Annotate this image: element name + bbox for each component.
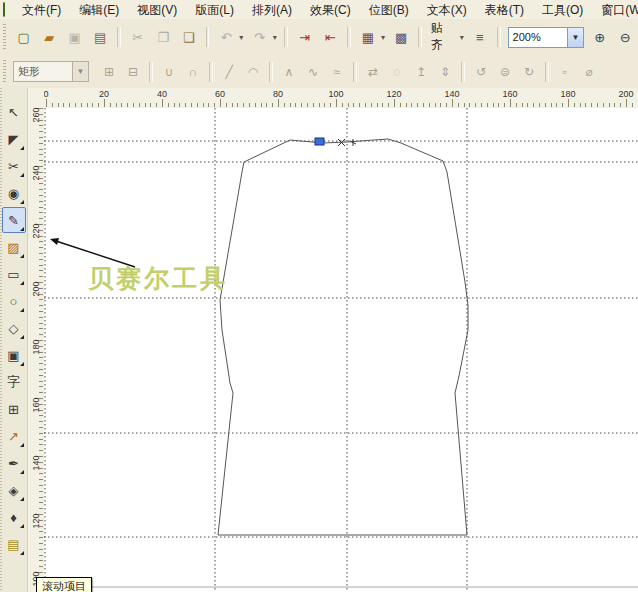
align-nodes-button[interactable]: ⊜: [494, 61, 516, 83]
close-curve-button[interactable]: ◌: [386, 61, 408, 83]
extract-subpath-button[interactable]: ↥: [410, 61, 432, 83]
chevron-down-icon[interactable]: ▼: [567, 28, 583, 47]
garment-outline-path[interactable]: [218, 139, 468, 535]
welcome-screen-button[interactable]: ▩: [389, 25, 413, 49]
reverse-direction-button[interactable]: ⇄: [362, 61, 384, 83]
snap-to-button[interactable]: 贴齐: [426, 17, 459, 57]
rotate-skew-nodes-button[interactable]: ↺: [470, 61, 492, 83]
menu-layout[interactable]: 版面(L): [186, 1, 243, 19]
new-document-button[interactable]: ▢: [12, 25, 36, 49]
chevron-down-icon[interactable]: ▾: [237, 33, 246, 42]
paste-button[interactable]: ❑: [177, 25, 201, 49]
shape-arrowhead-icon: ◤: [9, 132, 19, 147]
menu-window[interactable]: 窗口(W): [592, 1, 638, 19]
shape-tool[interactable]: ◤: [2, 126, 26, 152]
save-button[interactable]: ▣: [63, 25, 87, 49]
pick-tool[interactable]: ↖: [2, 99, 26, 125]
menu-tools[interactable]: 工具(O): [533, 1, 592, 19]
bezier-tool[interactable]: ✎: [2, 207, 26, 233]
property-bar-grip[interactable]: [3, 60, 6, 83]
menu-arrange[interactable]: 排列(A): [243, 1, 301, 19]
menu-file[interactable]: 文件(F): [13, 1, 70, 19]
redo-button[interactable]: ↷: [248, 25, 272, 49]
smart-fill-tool[interactable]: ▨: [2, 234, 26, 260]
import-button[interactable]: ⇥: [293, 25, 317, 49]
copy-icon: ❐: [157, 30, 169, 45]
artistic-media-tool[interactable]: ✒: [2, 450, 26, 476]
join-nodes-button[interactable]: ∪: [158, 61, 180, 83]
ruler-label: 20: [99, 89, 109, 99]
open-button[interactable]: ▰: [37, 25, 61, 49]
ruler-label: 200: [618, 89, 633, 99]
clipboard-paste-icon: ❑: [183, 30, 195, 45]
vertical-ruler[interactable]: 260240220200180160140120100: [28, 108, 45, 592]
ruler-label: 140: [31, 455, 41, 470]
chevron-down-icon[interactable]: ▼: [72, 62, 88, 81]
menu-text[interactable]: 文本(X): [418, 1, 476, 19]
rectangle-tool[interactable]: ▭: [2, 261, 26, 287]
brush-icon: ✒: [8, 456, 19, 471]
printer-icon: ▤: [94, 30, 106, 45]
export-button[interactable]: ⇤: [319, 25, 343, 49]
preset-combobox[interactable]: 矩形 ▼: [13, 61, 89, 82]
stretch-nodes-button[interactable]: ⇕: [434, 61, 456, 83]
menu-edit[interactable]: 编辑(E): [70, 1, 128, 19]
zoom-in-button[interactable]: ⊕: [588, 25, 612, 49]
convert-to-line-button[interactable]: ╱: [218, 61, 240, 83]
horizontal-ruler[interactable]: 020406080100120140160180200: [44, 88, 638, 109]
chevron-down-icon[interactable]: ▾: [379, 33, 388, 42]
outline-pen-tool[interactable]: ♦: [2, 504, 26, 530]
options-button[interactable]: ≡: [468, 25, 492, 49]
ruler-label: 180: [31, 339, 41, 354]
crop-tool[interactable]: ✂: [2, 153, 26, 179]
select-all-nodes-button[interactable]: ▫: [554, 61, 576, 83]
copy-button[interactable]: ❐: [151, 25, 175, 49]
menu-table[interactable]: 表格(T): [476, 1, 533, 19]
break-curve-button[interactable]: ∩: [182, 61, 204, 83]
dimension-tool[interactable]: ↗: [2, 423, 26, 449]
menu-view[interactable]: 视图(V): [128, 1, 186, 19]
cut-button[interactable]: ✂: [126, 25, 150, 49]
application-launcher-button[interactable]: ▦: [356, 25, 380, 49]
table-tool[interactable]: ⊞: [2, 396, 26, 422]
redo-arrow-icon: ↷: [254, 30, 265, 45]
polygon-tool[interactable]: ◇: [2, 315, 26, 341]
flyout-arrow-icon: [20, 497, 24, 501]
convert-to-curve-button[interactable]: ◠: [242, 61, 264, 83]
propbar-separator: [209, 62, 213, 82]
toolbar-separator: [206, 27, 210, 47]
print-button[interactable]: ▤: [88, 25, 112, 49]
dimension-arrow-icon: ↗: [8, 429, 19, 444]
ruler-label: 0: [44, 89, 49, 99]
undo-button[interactable]: ↶: [214, 25, 238, 49]
cusp-node-button[interactable]: ∧: [278, 61, 300, 83]
zoom-level-combobox[interactable]: 200%▼: [508, 27, 584, 48]
property-bar: 矩形 ▼ ⊞⊟∪∩╱◠∧∿≈⇄◌↥⇕↺⊜↻▫⌀: [0, 55, 638, 89]
chevron-down-icon[interactable]: ▾: [270, 33, 279, 42]
toolbar-separator: [284, 27, 288, 47]
eyedropper-tool[interactable]: ◈: [2, 477, 26, 503]
delete-node-button[interactable]: ⊟: [122, 61, 144, 83]
page-new-icon: ▢: [18, 30, 30, 45]
drawing-canvas[interactable]: 贝赛尔工具: [44, 108, 638, 592]
zoom-tool[interactable]: ◉: [2, 180, 26, 206]
symmetrical-node-button[interactable]: ≈: [326, 61, 348, 83]
elastic-mode-button[interactable]: ↻: [518, 61, 540, 83]
ruler-label: 60: [215, 89, 225, 99]
selected-node-marker[interactable]: [315, 138, 324, 145]
reduce-nodes-button[interactable]: ⌀: [578, 61, 600, 83]
fill-tool[interactable]: ▤: [2, 531, 26, 557]
text-tool[interactable]: 字: [2, 369, 26, 395]
smooth-node-button[interactable]: ∿: [302, 61, 324, 83]
canvas-svg[interactable]: [44, 108, 638, 592]
ellipse-tool[interactable]: ○: [2, 288, 26, 314]
menu-effects[interactable]: 效果(C): [301, 1, 360, 19]
welcome-screen-icon: ▩: [395, 30, 407, 45]
chevron-down-icon[interactable]: ▾: [457, 33, 466, 42]
menu-bitmaps[interactable]: 位图(B): [360, 1, 418, 19]
add-node-button[interactable]: ⊞: [98, 61, 120, 83]
toolbar-grip[interactable]: [3, 24, 6, 49]
zoom-out-button[interactable]: ⊖: [613, 25, 637, 49]
basic-shapes-tool[interactable]: ▣: [2, 342, 26, 368]
ruler-label: 100: [328, 89, 343, 99]
